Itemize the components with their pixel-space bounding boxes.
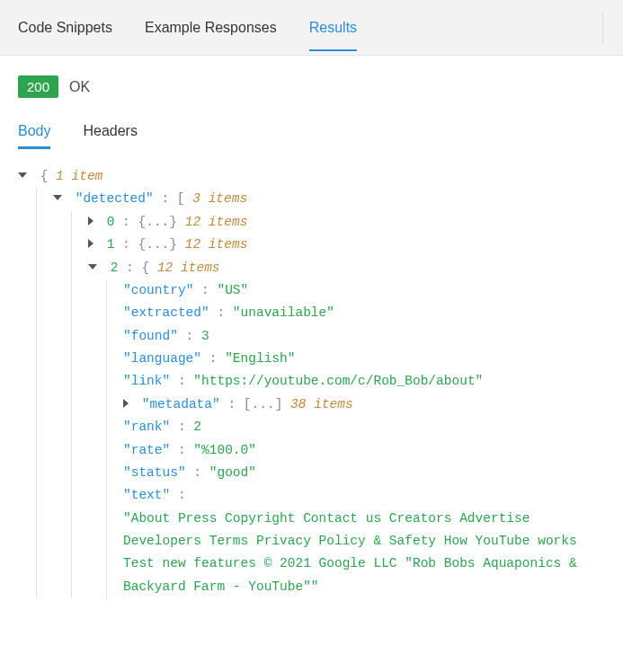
tree-row-item-2[interactable]: 2 : { 12 items bbox=[88, 257, 605, 279]
item-count: 1 item bbox=[56, 169, 102, 183]
bracket-open: [ bbox=[177, 191, 185, 206]
tree-row-found[interactable]: "found" : 3 bbox=[123, 325, 605, 348]
subtab-body[interactable]: Body bbox=[18, 118, 50, 148]
chevron-right-icon[interactable] bbox=[88, 239, 93, 248]
tree-row-language[interactable]: "language" : "English" bbox=[123, 348, 605, 370]
subtab-headers[interactable]: Headers bbox=[83, 118, 137, 148]
tree-row-country[interactable]: "country" : "US" bbox=[123, 279, 605, 302]
top-tab-bar: Code Snippets Example Responses Results bbox=[0, 0, 623, 56]
tree-row-detected[interactable]: "detected" : [ 3 items bbox=[53, 188, 605, 210]
tree-row-rate[interactable]: "rate" : "%100.0" bbox=[123, 439, 605, 462]
tree-row-text[interactable]: "text" : "About Press Copyright Contact … bbox=[123, 484, 605, 598]
json-key: "detected" bbox=[76, 191, 154, 206]
chevron-down-icon[interactable] bbox=[88, 264, 97, 270]
json-tree: { 1 item "detected" : [ 3 items bbox=[18, 165, 605, 598]
status-row: 200 OK bbox=[18, 75, 605, 98]
chevron-down-icon[interactable] bbox=[53, 195, 62, 200]
item-count: 12 items bbox=[185, 237, 248, 252]
tree-row-item-0[interactable]: 0 : {...} 12 items bbox=[88, 211, 605, 234]
chevron-right-icon[interactable] bbox=[88, 217, 93, 225]
sub-tab-bar: Body Headers bbox=[18, 118, 605, 149]
tree-row-extracted[interactable]: "extracted" : "unavailable" bbox=[123, 302, 605, 324]
json-index: 1 bbox=[107, 237, 115, 252]
tree-row-rank[interactable]: "rank" : 2 bbox=[123, 416, 605, 438]
item-count: 12 items bbox=[157, 261, 220, 275]
tree-row-link[interactable]: "link" : "https://youtube.com/c/Rob_Bob/… bbox=[123, 370, 605, 393]
tab-example-responses[interactable]: Example Responses bbox=[145, 3, 277, 53]
chevron-down-icon[interactable] bbox=[18, 172, 27, 178]
json-index: 0 bbox=[107, 215, 115, 229]
item-count: 12 items bbox=[185, 215, 248, 229]
tree-row-status[interactable]: "status" : "good" bbox=[123, 462, 605, 484]
status-code-badge: 200 bbox=[18, 75, 58, 98]
status-text: OK bbox=[69, 79, 90, 95]
results-panel: 200 OK Body Headers { 1 item "detected" … bbox=[0, 56, 623, 607]
tab-results[interactable]: Results bbox=[309, 3, 357, 53]
tree-row-root[interactable]: { 1 item bbox=[18, 165, 605, 188]
tab-code-snippets[interactable]: Code Snippets bbox=[18, 3, 112, 53]
colon: : bbox=[161, 191, 176, 206]
top-separator bbox=[602, 11, 603, 44]
chevron-right-icon[interactable] bbox=[123, 399, 129, 408]
tree-row-metadata[interactable]: "metadata" : [...] 38 items bbox=[123, 393, 605, 416]
tree-row-item-1[interactable]: 1 : {...} 12 items bbox=[88, 234, 605, 256]
json-index: 2 bbox=[111, 261, 119, 275]
item-count: 3 items bbox=[192, 191, 247, 206]
item-count: 38 items bbox=[290, 397, 353, 411]
brace-open: { bbox=[40, 169, 49, 183]
